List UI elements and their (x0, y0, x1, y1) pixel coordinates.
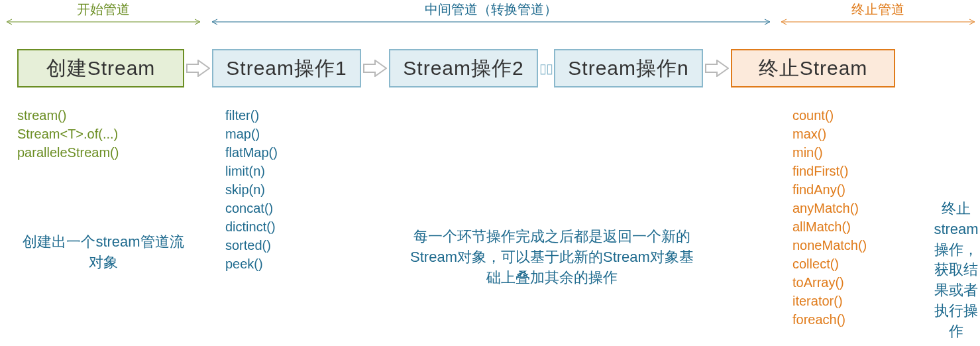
header-label-middle: 中间管道（转换管道） (209, 0, 773, 17)
list-item: sorted() (225, 236, 391, 255)
header-segment-end: 终止管道 (779, 0, 977, 25)
list-item: skip(n) (225, 180, 391, 199)
box-opn-label: Stream操作n (568, 55, 688, 82)
list-item: max() (792, 125, 898, 143)
box-create-label: 创建Stream (46, 55, 156, 82)
list-item: toArray() (792, 273, 898, 292)
box-create-stream: 创建Stream (17, 49, 184, 87)
list-item: map() (225, 125, 391, 143)
dimension-line-end (779, 22, 977, 23)
list-item: filter() (225, 106, 391, 125)
box-term-label: 终止Stream (759, 55, 868, 82)
list-item: noneMatch() (792, 236, 898, 255)
list-item: paralleleStream() (17, 143, 203, 162)
list-item: stream() (17, 106, 203, 125)
list-item: concat() (225, 199, 391, 217)
terminal-methods-list: count() max() min() findFirst() findAny(… (792, 106, 898, 329)
arrow-icon (705, 60, 729, 77)
create-methods-list: stream() Stream<T>.of(...) paralleleStre… (17, 106, 203, 162)
box-op2-label: Stream操作2 (403, 55, 523, 82)
header-segment-middle: 中间管道（转换管道） (209, 0, 773, 25)
list-item: limit(n) (225, 162, 391, 180)
list-item: flatMap() (225, 143, 391, 162)
header-label-start: 开始管道 (4, 0, 203, 17)
middle-description: 每一个环节操作完成之后都是返回一个新的Stream对象，可以基于此新的Strea… (409, 227, 694, 288)
create-description: 创建出一个stream管道流对象 (17, 232, 190, 273)
dimension-line-start (4, 22, 203, 23)
list-item: dictinct() (225, 217, 391, 236)
list-item: collect() (792, 255, 898, 273)
list-item: iterator() (792, 292, 898, 310)
header-row: 开始管道 中间管道（转换管道） 终止管道 (0, 0, 980, 25)
dimension-line-middle (209, 22, 773, 23)
box-stream-op-2: Stream操作2 (389, 49, 538, 87)
list-item: min() (792, 143, 898, 162)
terminal-description: 终止stream操作，获取结果或者执行操作 (933, 199, 979, 342)
arrow-icon (363, 60, 387, 77)
box-stream-op-n: Stream操作n (554, 49, 703, 87)
arrow-icon (186, 60, 210, 77)
list-item: findFirst() (792, 162, 898, 180)
list-item: allMatch() (792, 217, 898, 236)
ellipsis-icon: ▯▯ (539, 60, 553, 76)
list-item: Stream<T>.of(...) (17, 125, 203, 143)
box-stream-op-1: Stream操作1 (212, 49, 361, 87)
box-terminate-stream: 终止Stream (731, 49, 895, 87)
box-op1-label: Stream操作1 (226, 55, 347, 82)
list-item: count() (792, 106, 898, 125)
list-item: foreach() (792, 310, 898, 329)
header-segment-start: 开始管道 (4, 0, 203, 25)
operation-methods-list: filter() map() flatMap() limit(n) skip(n… (225, 106, 391, 273)
pipeline-row: 创建Stream Stream操作1 Stream操作2 ▯▯ Stream操作… (17, 48, 973, 89)
list-item: peek() (225, 255, 391, 273)
list-item: anyMatch() (792, 199, 898, 217)
header-label-end: 终止管道 (779, 0, 977, 17)
list-item: findAny() (792, 180, 898, 199)
